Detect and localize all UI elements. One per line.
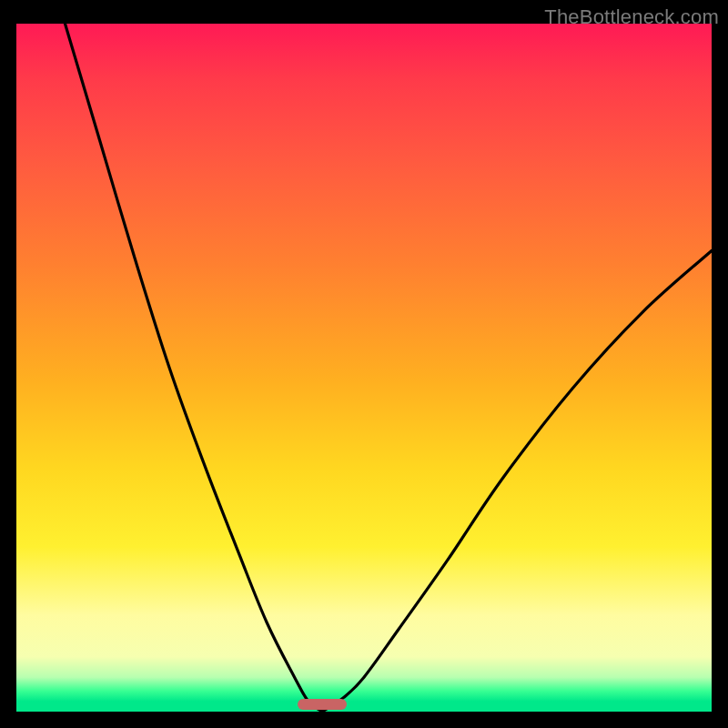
watermark-text: TheBottleneck.com xyxy=(544,5,719,29)
vertex-marker xyxy=(298,699,346,710)
curves-svg xyxy=(16,24,712,712)
figure-frame: TheBottleneck.com xyxy=(0,0,728,728)
right-curve xyxy=(322,250,712,712)
left-curve xyxy=(65,24,322,712)
plot-area xyxy=(16,24,712,712)
